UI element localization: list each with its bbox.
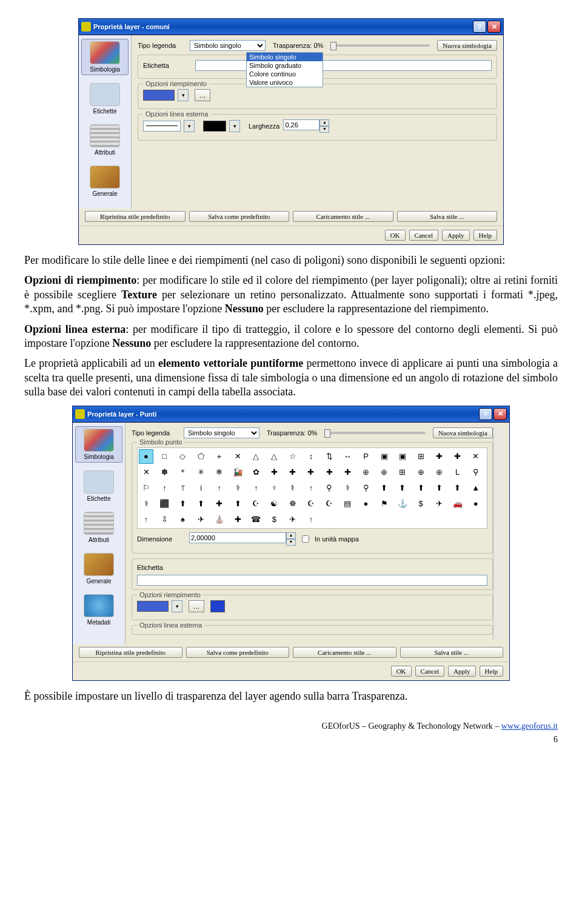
symbol-cell[interactable]: ↑ [139, 512, 153, 527]
symbol-cell[interactable]: ✚ [322, 465, 336, 480]
sidebar-item-generale[interactable]: Generale [81, 164, 129, 199]
symbol-cell[interactable]: ♠ [175, 512, 190, 527]
symbol-cell[interactable]: ⊞ [395, 465, 410, 480]
option-colore-continuo[interactable]: Colore continuo [247, 70, 323, 78]
symbol-cell[interactable]: △ [267, 449, 281, 464]
sidebar-item-simbologia[interactable]: Simbologia [75, 426, 122, 463]
option-simbolo-singolo[interactable]: Simbolo singolo [247, 53, 323, 61]
symbol-cell[interactable]: P [359, 449, 373, 464]
symbol-cell[interactable]: ⊞ [413, 449, 428, 464]
symbol-cell[interactable]: ● [469, 497, 483, 511]
ripristina-button[interactable]: Ripristina stile predefinito [79, 647, 182, 658]
option-valore-univoco[interactable]: Valore univoco [247, 78, 323, 87]
symbol-cell[interactable]: ❄ [212, 465, 227, 480]
symbol-cell[interactable]: ⚐ [139, 481, 153, 495]
symbol-cell[interactable]: △ [249, 449, 263, 464]
symbol-cell[interactable]: ● [139, 449, 153, 464]
symbol-cell[interactable]: ♀ [267, 481, 281, 495]
symbol-cell[interactable]: ✽ [157, 465, 172, 480]
caricamento-button[interactable]: Caricamento stile ... [293, 211, 393, 222]
symbol-cell[interactable]: ⇩ [157, 512, 172, 527]
sidebar-item-simbologia[interactable]: Simbologia [81, 39, 129, 75]
ok-button[interactable]: OK [385, 230, 406, 241]
symbol-cell[interactable]: 🚂 [230, 465, 245, 480]
help-button[interactable]: ? [479, 408, 492, 420]
sidebar-item-etichette[interactable]: Etichette [81, 81, 129, 116]
symbol-cell[interactable]: ⛪ [212, 512, 227, 527]
symbol-cell[interactable]: ◇ [175, 449, 190, 464]
unita-mappa-checkbox[interactable] [302, 535, 309, 543]
etichetta-input[interactable] [137, 575, 487, 586]
fill-color-box[interactable] [210, 600, 225, 612]
symbol-cell[interactable]: ▤ [340, 497, 355, 511]
symbol-cell[interactable]: ⇅ [322, 449, 336, 464]
footer-link[interactable]: www.geoforus.it [501, 721, 558, 731]
symbol-cell[interactable]: ▲ [469, 481, 483, 495]
symbol-cell[interactable]: ⬆ [194, 497, 209, 511]
symbol-cell[interactable]: ✚ [432, 449, 446, 464]
titlebar[interactable]: Proprietà layer - comuni ? ✕ [79, 19, 503, 35]
symbol-cell[interactable]: ⚲ [359, 481, 373, 495]
symbol-cell[interactable]: ⚲ [469, 465, 483, 480]
fill-browse-button[interactable]: … [189, 600, 204, 612]
symbol-grid[interactable]: ●□◇⬠＋✕△△☆↕⇅↔P▣▣⊞✚✚✕✕✽＊✳❄🚂✿✚✚✚✚✚⊕⊕⊞⊕⊕L⚲⚐↑… [137, 447, 487, 529]
symbol-cell[interactable]: ⊕ [359, 465, 373, 480]
symbol-cell[interactable]: ✕ [469, 449, 483, 464]
symbol-cell[interactable]: ⬆ [413, 481, 428, 495]
symbol-cell[interactable]: ✚ [304, 465, 318, 480]
sidebar-item-metadati[interactable]: Metadati [75, 592, 122, 628]
symbol-cell[interactable]: ✚ [267, 465, 281, 480]
symbol-cell[interactable]: $ [413, 497, 428, 511]
dimensione-input[interactable] [189, 532, 286, 543]
help-button[interactable]: Help [480, 666, 503, 677]
larghezza-input[interactable] [283, 119, 319, 130]
symbol-cell[interactable]: ↑ [249, 481, 263, 495]
symbol-cell[interactable]: 𐊗 [175, 481, 190, 495]
symbol-cell[interactable]: ↑ [304, 512, 318, 527]
cancel-button[interactable]: Cancel [409, 230, 439, 241]
line-style-swatch[interactable] [143, 121, 181, 132]
spin-down[interactable]: ▼ [319, 126, 329, 133]
transparency-slider[interactable] [330, 44, 430, 47]
symbol-cell[interactable]: ↑ [157, 481, 172, 495]
salva-predef-button[interactable]: Salva come predefinito [189, 211, 290, 222]
nuova-simbologia-button[interactable]: Nuova simbologia [433, 427, 493, 438]
symbol-cell[interactable]: ⬆ [175, 497, 190, 511]
fill-style-dropdown[interactable]: ▾ [172, 600, 182, 612]
etichetta-input[interactable] [195, 60, 492, 71]
line-color-dropdown[interactable]: ▾ [229, 120, 240, 132]
vertical-scrollbar[interactable] [493, 427, 503, 640]
help-button[interactable]: ? [473, 21, 486, 33]
symbol-cell[interactable]: ⊕ [413, 465, 428, 480]
symbol-cell[interactable]: ☯ [267, 497, 281, 511]
symbol-cell[interactable]: ⬆ [377, 481, 392, 495]
symbol-cell[interactable]: ⚲ [322, 481, 336, 495]
sidebar-item-attributi[interactable]: Attributi [81, 122, 129, 158]
titlebar[interactable]: Proprietà layer - Punti ? ✕ [73, 406, 509, 423]
legend-type-select[interactable]: Simbolo singolo [190, 40, 266, 51]
symbol-cell[interactable]: ☆ [286, 449, 300, 464]
symbol-cell[interactable]: ⬠ [194, 449, 209, 464]
fill-color-swatch[interactable] [137, 601, 169, 612]
symbol-cell[interactable]: ↑ [304, 481, 318, 495]
salva-predef-button[interactable]: Salva come predefinito [186, 647, 290, 658]
symbol-cell[interactable]: ⊕ [432, 465, 446, 480]
symbol-cell[interactable]: ● [359, 497, 373, 511]
symbol-cell[interactable]: ▣ [377, 449, 392, 464]
line-color-swatch[interactable] [203, 121, 226, 132]
sidebar-item-generale[interactable]: Generale [75, 551, 122, 586]
symbol-cell[interactable]: ☪ [304, 497, 318, 511]
help-button[interactable]: Help [473, 230, 497, 241]
symbol-cell[interactable]: ↑ [212, 481, 227, 495]
symbol-cell[interactable]: ✕ [230, 449, 245, 464]
symbol-cell[interactable]: ⚕ [230, 481, 245, 495]
transparency-slider[interactable] [324, 432, 426, 434]
legend-type-select[interactable]: Simbolo singolo [184, 427, 259, 438]
close-button[interactable]: ✕ [487, 21, 501, 33]
symbol-cell[interactable]: ✚ [230, 512, 245, 527]
spin-up[interactable]: ▲ [286, 532, 296, 539]
fill-browse-button[interactable]: … [195, 89, 210, 101]
symbol-cell[interactable]: ⚕ [139, 497, 153, 511]
symbol-cell[interactable]: i [194, 481, 209, 495]
spin-down[interactable]: ▼ [286, 539, 296, 546]
